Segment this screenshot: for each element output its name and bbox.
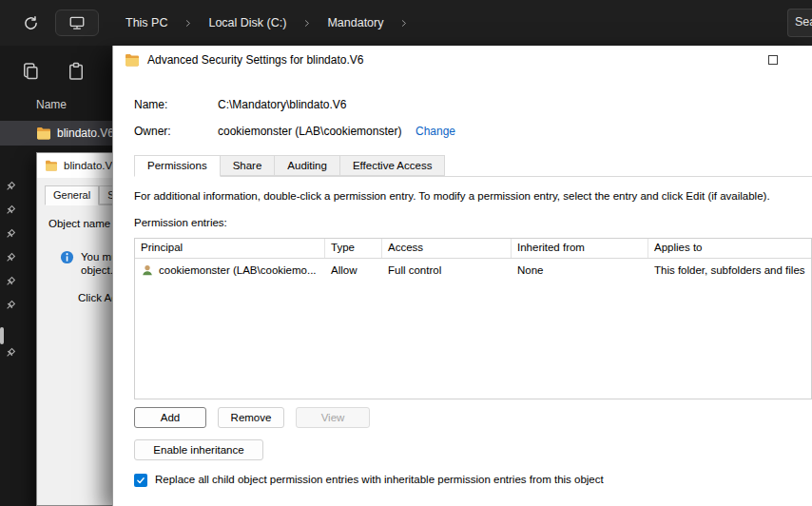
nav-scrollbar-thumb[interactable] — [0, 327, 4, 344]
dialog-titlebar[interactable]: Advanced Security Settings for blindato.… — [113, 46, 812, 74]
search-input[interactable]: Sea — [787, 9, 812, 37]
pin-icon[interactable] — [4, 300, 16, 312]
breadcrumb-local-disk[interactable]: Local Disk (C:) — [203, 12, 292, 33]
column-header-inherited-from[interactable]: Inherited from — [512, 239, 648, 258]
name-label: Name: — [134, 98, 167, 111]
owner-value: cookiemonster (LAB\cookiemonster) — [218, 125, 401, 138]
folder-icon — [36, 126, 51, 140]
pin-icon[interactable] — [4, 228, 16, 241]
breadcrumb-mandatory[interactable]: Mandatory — [321, 12, 389, 33]
add-button[interactable]: Add — [134, 407, 206, 428]
remove-button[interactable]: Remove — [218, 407, 284, 428]
tab-effective-access[interactable]: Effective Access — [340, 155, 446, 176]
column-header-access[interactable]: Access — [382, 239, 512, 258]
info-text-line2: object. — [81, 264, 113, 276]
user-avatar-icon — [141, 263, 154, 277]
column-header-principal[interactable]: Principal — [135, 239, 325, 258]
this-pc-monitor-icon — [68, 14, 86, 31]
dialog-title: Advanced Security Settings for blindato.… — [147, 53, 363, 67]
enable-inheritance-button[interactable]: Enable inheritance — [134, 439, 263, 460]
refresh-icon — [23, 15, 39, 31]
access-cell: Full control — [382, 264, 512, 276]
breadcrumb-this-pc[interactable]: This PC — [120, 12, 173, 33]
copy-icon[interactable] — [21, 62, 40, 81]
search-text: Sea — [795, 15, 812, 29]
pin-icon[interactable] — [4, 181, 16, 193]
column-header-applies-to[interactable]: Applies to — [648, 239, 811, 258]
inherited-from-cell: None — [512, 264, 648, 276]
pin-icon[interactable] — [4, 204, 16, 217]
advanced-security-dialog: Advanced Security Settings for blindato.… — [112, 46, 812, 506]
chevron-right-icon — [302, 19, 311, 28]
tab-permissions[interactable]: Permissions — [134, 155, 221, 177]
folder-icon — [125, 53, 140, 67]
object-name-label: Object name — [48, 218, 110, 229]
table-header-row: Principal Type Access Inherited from App… — [135, 239, 811, 259]
view-button[interactable]: View — [296, 407, 370, 428]
breadcrumb: This PC Local Disk (C:) Mandatory — [120, 12, 418, 33]
paste-icon[interactable] — [67, 62, 86, 81]
maximize-button[interactable] — [768, 55, 778, 65]
check-icon — [136, 476, 145, 485]
pin-icon[interactable] — [4, 347, 16, 360]
chevron-right-icon — [399, 19, 408, 28]
selected-file-label: blindato.V6 — [57, 126, 114, 140]
name-value: C:\Mandatory\blindato.V6 — [218, 98, 346, 111]
principal-cell: cookiemonster (LAB\cookiemo... — [135, 263, 325, 277]
change-owner-link[interactable]: Change — [416, 125, 455, 138]
refresh-button[interactable] — [19, 11, 42, 34]
column-header-name[interactable]: Name — [36, 98, 67, 111]
dialog-tabs: Permissions Share Auditing Effective Acc… — [134, 155, 812, 177]
permission-entries-table: Principal Type Access Inherited from App… — [134, 238, 812, 399]
explorer-address-bar: This PC Local Disk (C:) Mandatory Sea — [0, 0, 812, 46]
permissions-description: For additional information, double-click… — [134, 190, 812, 202]
principal-text: cookiemonster (LAB\cookiemo... — [159, 264, 317, 276]
replace-permissions-checkbox[interactable] — [134, 474, 147, 487]
screen: This PC Local Disk (C:) Mandatory Sea — [0, 0, 812, 506]
pin-icon[interactable] — [4, 252, 16, 264]
applies-to-cell: This folder, subfolders and files — [648, 264, 811, 276]
owner-label: Owner: — [134, 125, 171, 138]
tab-auditing[interactable]: Auditing — [275, 155, 340, 176]
permission-entries-label: Permission entries: — [134, 217, 227, 228]
info-icon — [60, 250, 74, 264]
folder-icon — [45, 160, 58, 171]
table-row[interactable]: cookiemonster (LAB\cookiemo... Allow Ful… — [135, 259, 811, 282]
tab-share[interactable]: Share — [221, 155, 276, 176]
replace-permissions-label: Replace all child object permission entr… — [155, 474, 604, 485]
column-header-type[interactable]: Type — [325, 239, 382, 258]
type-cell: Allow — [325, 264, 382, 276]
location-button[interactable] — [55, 10, 99, 36]
properties-title: blindato.V — [64, 160, 112, 171]
pin-icon[interactable] — [4, 276, 16, 288]
chevron-right-icon — [184, 19, 192, 28]
selected-file-row[interactable]: blindato.V6 — [0, 121, 112, 146]
tab-general[interactable]: General — [45, 185, 99, 205]
